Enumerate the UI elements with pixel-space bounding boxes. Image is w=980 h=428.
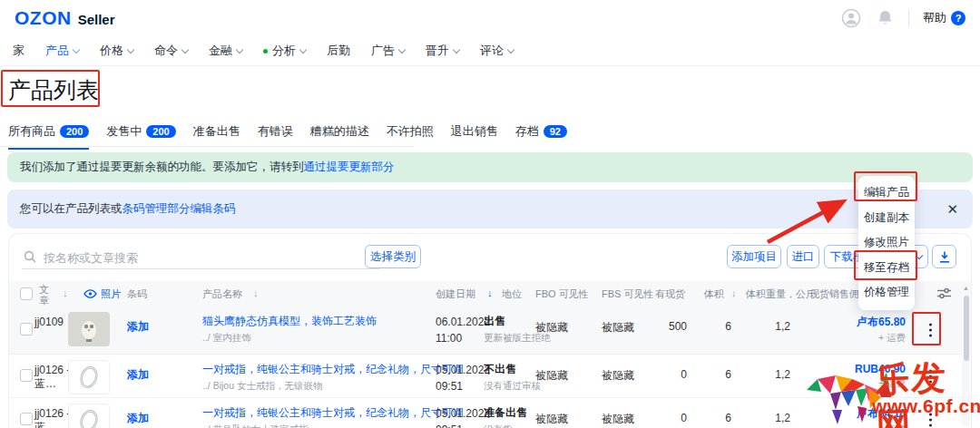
product-name-cell: 猫头鹰静态仿真模型，装饰工艺装饰 ../ 室内挂饰 (202, 314, 452, 345)
price-note: + 运费 (808, 332, 906, 345)
top-right-controls: 帮助 ? (841, 8, 965, 28)
price-cell: RUB40.90 + 运费 (808, 363, 906, 390)
select-category-button[interactable]: 选择类别 (365, 245, 421, 268)
scroll-up-icon[interactable]: ▲ (963, 285, 969, 291)
column-fbo-visibility: FBO 可见性 (535, 287, 589, 301)
substatus-text: 没存货 (484, 423, 527, 428)
tab-bad-description[interactable]: 糟糕的描述 (310, 123, 369, 150)
price-note: + 运费 (808, 423, 906, 428)
fbs-visibility-cell: 被隐藏 (602, 412, 634, 427)
row-checkbox[interactable] (20, 369, 33, 382)
ozon-seller-page: OZON Seller 帮助 ? 家 产品 价格 命令 金融 分析 后勤 广告 … (0, 0, 980, 428)
column-photo[interactable]: 照片 (101, 287, 121, 301)
sort-created-icon[interactable]: ↓ (487, 287, 493, 298)
bell-icon[interactable] (875, 8, 895, 28)
nav-item-prices[interactable]: 价格 (100, 43, 133, 59)
product-category: ../ 带吊坠的女士珠宝戒指 (202, 423, 452, 428)
tab-ready-for-sale[interactable]: 准备出售 (193, 123, 240, 150)
eye-icon (83, 289, 97, 298)
close-icon[interactable]: ✕ (946, 201, 958, 218)
column-created[interactable]: 创建日期 (436, 287, 475, 301)
row-checkbox[interactable] (20, 413, 33, 425)
download-button[interactable] (932, 245, 956, 268)
product-photo-silver-ring[interactable] (68, 404, 110, 428)
nav-item-reviews[interactable]: 评论 (480, 43, 514, 59)
nav-item-orders[interactable]: 命令 (154, 43, 188, 59)
help-button[interactable]: 帮助 ? (923, 10, 965, 26)
chevron-down-icon (398, 45, 406, 53)
banner-text: 您可以在产品列表或 (20, 201, 122, 217)
add-item-button[interactable]: 添加项目 (727, 245, 781, 268)
sort-article-icon[interactable]: ↓ (63, 287, 68, 298)
add-barcode-link[interactable]: 添加 (127, 319, 149, 335)
help-label: 帮助 (923, 10, 946, 26)
menu-item-price-management[interactable]: 价格管理 (858, 280, 915, 306)
nav-item-home[interactable]: 家 (13, 43, 24, 59)
select-all-checkbox[interactable] (20, 287, 33, 300)
sort-volume-icon[interactable]: ↓ (731, 287, 737, 298)
column-volume[interactable]: 体积 (704, 287, 724, 301)
feed-update-banner: 我们添加了通过提要更新余额的功能。要添加它，请转到 通过提要更新部分 (7, 152, 973, 182)
feed-update-link[interactable]: 通过提要更新部分 (304, 160, 395, 175)
product-photo-owl-figurine[interactable] (68, 312, 110, 346)
nav-item-promotion[interactable]: 晋升 (426, 43, 459, 59)
table-row: jj0126 -蓝… 添加 一对戒指，纯银公主和骑士对戒，纪念礼物，尺寸可调 .… (9, 397, 971, 428)
import-button[interactable]: 进口 (787, 245, 819, 268)
add-barcode-link[interactable]: 添加 (127, 367, 149, 383)
chevron-down-icon (507, 45, 514, 53)
nav-item-logistics[interactable]: 后勤 (327, 43, 350, 59)
tab-with-errors[interactable]: 有错误 (258, 123, 293, 150)
add-barcode-link[interactable]: 添加 (127, 411, 149, 426)
tab-on-sale[interactable]: 发售中200 (106, 123, 175, 150)
tab-archive[interactable]: 存档92 (515, 123, 567, 150)
product-name-link[interactable]: 一对戒指，纯银公主和骑士对戒，纪念礼物，尺寸可调 (202, 405, 452, 421)
search-input[interactable] (22, 247, 379, 269)
nav-item-finance[interactable]: 金融 (209, 43, 242, 59)
status-text: 不出售 (484, 362, 541, 377)
row-actions-menu-icon[interactable] (926, 410, 936, 428)
banner-text: 我们添加了通过提要更新余额的功能。要添加它，请转到 (20, 160, 304, 175)
avatar-icon[interactable] (841, 8, 861, 28)
column-settings-icon[interactable] (936, 287, 952, 300)
row-actions-menu-icon[interactable] (926, 366, 936, 387)
menu-item-edit-product[interactable]: 编辑产品 (858, 180, 915, 206)
created-date-cell: 05.01.202209:51 (436, 362, 490, 394)
status-tabs: 所有商品200 发售中200 准备出售 有错误 糟糕的描述 不许拍照 退出销售 … (8, 123, 567, 150)
ozon-seller-logo[interactable]: OZON Seller (15, 7, 115, 29)
row-actions-menu-icon[interactable] (926, 320, 936, 341)
article-cell: jj0126 -蓝… (34, 364, 73, 391)
created-date-cell: 05.01.202209:51 (436, 405, 490, 428)
menu-item-edit-photos[interactable]: 修改照片 (858, 230, 915, 256)
column-in-stock: 有现货 (655, 287, 685, 301)
product-photo-silver-ring[interactable] (68, 360, 110, 394)
tab-no-photo[interactable]: 不许拍照 (387, 123, 434, 150)
chevron-down-icon (299, 45, 307, 53)
nav-item-ads[interactable]: 广告 (371, 43, 405, 59)
chevron-down-icon (181, 45, 189, 53)
column-fbs-visibility: FBS 可见性 (602, 287, 653, 301)
nav-item-analytics[interactable]: 分析 (263, 43, 306, 59)
product-category: ../ 室内挂饰 (202, 332, 452, 345)
created-date-cell: 06.01.202211:00 (436, 314, 490, 346)
product-name-link[interactable]: 一对戒指，纯银公主和骑士对戒，纪念礼物，尺寸可调 (202, 362, 452, 377)
column-volume-weight: 体积重量，公斤 (746, 287, 816, 301)
menu-item-move-to-archive[interactable]: 移至存档 (858, 256, 915, 281)
nav-item-products[interactable]: 产品 (45, 43, 79, 59)
menu-item-create-copy[interactable]: 创建副本 (858, 206, 915, 231)
status-cell: 不出售 没有通过审核 (484, 362, 541, 393)
stock-cell: 0 (640, 412, 687, 424)
column-name[interactable]: 产品名称 (202, 287, 242, 301)
barcode-manage-link[interactable]: 条码管理部分编辑条码 (122, 201, 236, 217)
tab-withdrawn[interactable]: 退出销售 (451, 123, 498, 150)
column-article[interactable]: 文章 (39, 284, 51, 306)
tab-all-products[interactable]: 所有商品200 (8, 123, 89, 150)
table-row: jj0109 添加 猫头鹰静态仿真模型，装饰工艺装饰 ../ 室内挂饰 06.0… (9, 306, 971, 354)
product-name-link[interactable]: 猫头鹰静态仿真模型，装饰工艺装饰 (202, 314, 452, 329)
row-checkbox[interactable] (20, 323, 33, 336)
scrollbar-thumb[interactable] (964, 296, 969, 361)
sort-name-icon[interactable]: ↓ (253, 287, 259, 298)
logo-ozon-text: OZON (15, 7, 72, 29)
fbo-visibility-cell: 被隐藏 (535, 368, 568, 384)
volume-cell: 6 (699, 320, 731, 333)
table-scrollbar[interactable]: ▲ (962, 283, 970, 426)
